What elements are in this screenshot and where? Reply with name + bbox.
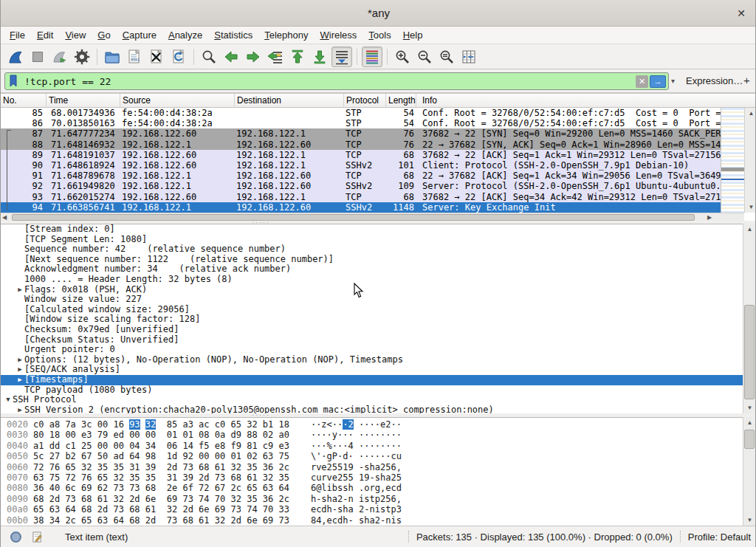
column-header-protocol[interactable]: Protocol [344, 94, 386, 107]
packet-row-94[interactable]: 9471.663856741192.168.122.1192.168.122.6… [1, 202, 721, 213]
hex-row-0040[interactable]: 0040a1 dd c1 25 00 00 04 34 06 14 f5 e8 … [1, 441, 756, 451]
zoom-out-icon[interactable] [414, 47, 435, 67]
packet-row-89[interactable]: 8971.648191037192.168.122.60192.168.122.… [1, 150, 721, 160]
capture-restart-icon[interactable] [49, 47, 70, 67]
detail-line[interactable]: ▶Flags: 0x018 (PSH, ACK) [1, 285, 756, 295]
packet-row-86[interactable]: 8670.013850163fe:54:00:d4:38:2aSTP54Conf… [1, 118, 721, 128]
menu-view[interactable]: View [59, 28, 92, 42]
hex-row-0020[interactable]: 0020c0 a8 7a 3c 00 16 93 32 85 a3 ac c0 … [1, 419, 756, 430]
hex-row-0030[interactable]: 003080 18 00 e3 79 ed 00 00 01 01 08 0a … [1, 430, 756, 440]
go-forward-icon[interactable] [243, 47, 264, 67]
expert-info-icon[interactable] [10, 531, 21, 543]
menu-help[interactable]: Help [397, 28, 429, 42]
detail-line[interactable]: ▼SSH Protocol [1, 395, 756, 405]
detail-line[interactable]: [Next sequence number: 1122 (relative se… [1, 255, 756, 265]
add-filter-button[interactable]: + [743, 74, 750, 86]
packet-row-92[interactable]: 9271.661949820192.168.122.1192.168.122.6… [1, 181, 721, 191]
column-header-no[interactable]: No. [1, 94, 47, 107]
detail-line[interactable]: Window size value: 227 [1, 295, 756, 305]
detail-line[interactable]: ▶SSH Version 2 (encryption:chacha20-poly… [1, 405, 756, 413]
packet-list-vscrollbar[interactable]: ▲ ▼ [744, 108, 756, 213]
go-back-icon[interactable] [221, 47, 241, 67]
capture-options-icon[interactable] [72, 47, 92, 67]
auto-scroll-icon[interactable] [331, 47, 352, 67]
column-header-info[interactable]: Info [416, 94, 756, 107]
packet-row-85[interactable]: 8568.001734936fe:54:00:d4:38:2aSTP54Conf… [1, 108, 721, 118]
zoom-original-icon[interactable] [436, 47, 457, 67]
go-top-icon[interactable] [287, 47, 308, 67]
detail-line[interactable]: Sequence number: 42 (relative sequence n… [1, 244, 756, 255]
scroll-up-icon[interactable]: ▲ [745, 108, 756, 119]
menu-capture[interactable]: Capture [117, 28, 162, 42]
hex-row-0080[interactable]: 008036 40 6c 69 62 73 73 68 2e 6f 72 67 … [1, 483, 756, 493]
filter-history-caret-icon[interactable]: ▾ [671, 77, 675, 85]
filter-apply-icon[interactable]: → [650, 75, 666, 88]
packet-row-91[interactable]: 9171.648789678192.168.122.1192.168.122.6… [1, 171, 721, 181]
menu-tools[interactable]: Tools [362, 28, 396, 42]
details-scroll-thumb[interactable] [744, 305, 755, 399]
hex-row-0050[interactable]: 00505c 27 b2 67 50 ad 64 98 1d 92 00 00 … [1, 451, 756, 461]
menu-file[interactable]: File [4, 28, 31, 42]
scroll-down-icon[interactable]: ▼ [743, 515, 756, 526]
scroll-up-icon[interactable]: ▲ [743, 224, 756, 235]
expand-icon[interactable]: ▶ [16, 405, 24, 413]
hex-row-0070[interactable]: 007063 75 72 76 65 32 35 35 31 39 2d 73 … [1, 472, 756, 483]
capture-comment-icon[interactable] [32, 531, 43, 543]
find-packet-icon[interactable] [199, 47, 219, 67]
save-file-icon[interactable]: 0101 [124, 47, 145, 67]
capture-start-icon[interactable] [5, 47, 26, 67]
expand-icon[interactable]: ▶ [16, 285, 24, 295]
filter-clear-icon[interactable]: ✕ [636, 75, 648, 88]
packet-row-87[interactable]: 8771.647777234192.168.122.60192.168.122.… [1, 128, 721, 139]
profile-text[interactable]: Profile: Default [688, 531, 751, 543]
open-file-icon[interactable] [102, 47, 123, 67]
expand-icon[interactable]: ▶ [16, 365, 24, 375]
expand-icon[interactable]: ▶ [16, 375, 24, 385]
detail-line[interactable]: [Stream index: 0] [1, 224, 756, 235]
display-filter-input[interactable]: !tcp.port == 22 ✕ → [4, 72, 669, 90]
column-header-length[interactable]: Length [386, 94, 416, 107]
detail-line[interactable]: [Calculated window size: 29056] [1, 305, 756, 315]
scroll-down-icon[interactable]: ▼ [743, 402, 756, 413]
detail-line[interactable]: TCP payload (1080 bytes) [1, 385, 756, 396]
colorize-icon[interactable] [362, 47, 382, 67]
bytes-vscrollbar[interactable]: ▲ ▼ [743, 417, 755, 526]
detail-line[interactable]: Urgent pointer: 0 [1, 345, 756, 355]
capture-stop-icon[interactable] [27, 47, 48, 67]
column-header-source[interactable]: Source [120, 94, 235, 107]
hscroll-thumb[interactable] [12, 214, 695, 221]
scroll-down-icon[interactable]: ▼ [745, 202, 756, 213]
detail-line[interactable]: 1000 .... = Header Length: 32 bytes (8) [1, 275, 756, 285]
details-vscrollbar[interactable]: ▲ ▼ [743, 224, 755, 413]
menu-wireless[interactable]: Wireless [315, 28, 363, 42]
hex-row-00b0[interactable]: 00b038 34 2c 65 63 64 68 2d 73 68 61 32 … [1, 515, 756, 526]
menu-edit[interactable]: Edit [31, 28, 59, 42]
resize-columns-icon[interactable] [458, 47, 479, 67]
reload-file-icon[interactable] [168, 47, 189, 67]
column-header-time[interactable]: Time [47, 94, 120, 107]
menu-analyze[interactable]: Analyze [162, 28, 208, 42]
hex-row-00a0[interactable]: 00a065 63 64 68 2d 73 68 61 32 2d 6e 69 … [1, 504, 756, 515]
hex-row-0060[interactable]: 006072 76 65 32 35 35 31 39 2d 73 68 61 … [1, 462, 756, 472]
go-bottom-icon[interactable] [309, 47, 330, 67]
hex-row-0090[interactable]: 009068 2d 73 68 61 32 2d 6e 69 73 74 70 … [1, 494, 756, 504]
close-file-icon[interactable] [146, 47, 167, 67]
bytes-scroll-thumb[interactable] [744, 430, 755, 449]
detail-line[interactable]: [Window size scaling factor: 128] [1, 314, 756, 325]
scroll-up-icon[interactable]: ▲ [743, 417, 756, 428]
detail-line[interactable]: ▶[SEQ/ACK analysis] [1, 365, 756, 375]
detail-line[interactable]: Acknowledgment number: 34 (relative ack … [1, 264, 756, 275]
packet-row-93[interactable]: 9371.662015274192.168.122.60192.168.122.… [1, 192, 721, 202]
bookmark-icon[interactable] [7, 74, 21, 89]
detail-line[interactable]: [Checksum Status: Unverified] [1, 335, 756, 345]
expand-icon[interactable]: ▶ [16, 355, 24, 365]
go-to-packet-icon[interactable] [265, 47, 286, 67]
packet-list-header[interactable]: No.TimeSourceDestinationProtocolLengthIn… [1, 94, 756, 108]
detail-line[interactable]: Checksum: 0x79ed [unverified] [1, 325, 756, 335]
detail-line[interactable]: ▶[Timestamps] [1, 375, 756, 385]
packet-row-88[interactable]: 8871.648146932192.168.122.1192.168.122.6… [1, 140, 721, 150]
packet-row-90[interactable]: 9071.648618924192.168.122.60192.168.122.… [1, 160, 721, 171]
zoom-in-icon[interactable] [392, 47, 413, 67]
filter-value[interactable]: !tcp.port == 22 [24, 76, 636, 87]
expression-button[interactable]: Expression… [686, 75, 743, 86]
